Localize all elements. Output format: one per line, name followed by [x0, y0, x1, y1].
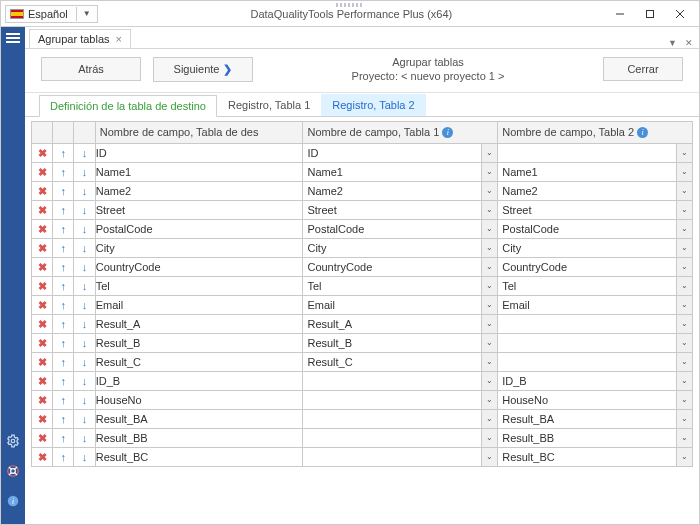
table2-field-combo[interactable]: ⌄ — [498, 143, 693, 162]
chevron-down-icon[interactable]: ⌄ — [677, 353, 692, 371]
table2-field-combo[interactable]: ⌄ — [498, 314, 693, 333]
info-icon[interactable]: i — [442, 127, 453, 138]
chevron-down-icon[interactable]: ⌄ — [482, 448, 497, 466]
table1-field-combo[interactable]: CountryCode⌄ — [303, 257, 498, 276]
move-up-button[interactable]: ↑ — [53, 219, 74, 238]
chevron-down-icon[interactable]: ⌄ — [482, 410, 497, 428]
table2-field-combo[interactable]: PostalCode⌄ — [498, 219, 693, 238]
chevron-down-icon[interactable]: ⌄ — [677, 315, 692, 333]
language-selector[interactable]: Español ▼ — [5, 5, 98, 23]
move-down-button[interactable]: ↓ — [74, 162, 95, 181]
dest-field-cell[interactable]: Email — [95, 295, 303, 314]
dest-field-cell[interactable]: Tel — [95, 276, 303, 295]
delete-row-button[interactable]: ✖ — [32, 314, 53, 333]
delete-row-button[interactable]: ✖ — [32, 238, 53, 257]
chevron-down-icon[interactable]: ⌄ — [677, 410, 692, 428]
close-wizard-button[interactable]: Cerrar — [603, 57, 683, 81]
table2-field-combo[interactable]: City⌄ — [498, 238, 693, 257]
chevron-down-icon[interactable]: ⌄ — [482, 353, 497, 371]
tab-destination-definition[interactable]: Definición de la tabla de destino — [39, 95, 217, 117]
chevron-down-icon[interactable]: ⌄ — [677, 391, 692, 409]
table2-field-combo[interactable]: HouseNo⌄ — [498, 390, 693, 409]
table2-field-combo[interactable]: Result_BC⌄ — [498, 447, 693, 466]
move-up-button[interactable]: ↑ — [53, 276, 74, 295]
dest-field-cell[interactable]: Name1 — [95, 162, 303, 181]
move-up-button[interactable]: ↑ — [53, 333, 74, 352]
delete-row-button[interactable]: ✖ — [32, 352, 53, 371]
table2-field-combo[interactable]: ID_B⌄ — [498, 371, 693, 390]
table1-field-combo[interactable]: PostalCode⌄ — [303, 219, 498, 238]
chevron-down-icon[interactable]: ⌄ — [482, 201, 497, 219]
move-down-button[interactable]: ↓ — [74, 219, 95, 238]
move-down-button[interactable]: ↓ — [74, 371, 95, 390]
menu-icon[interactable] — [6, 31, 20, 45]
table1-field-combo[interactable]: ⌄ — [303, 447, 498, 466]
table2-field-combo[interactable]: Result_BA⌄ — [498, 409, 693, 428]
move-down-button[interactable]: ↓ — [74, 238, 95, 257]
chevron-down-icon[interactable]: ⌄ — [482, 277, 497, 295]
close-tab-icon[interactable]: × — [116, 33, 122, 45]
dest-field-cell[interactable]: CountryCode — [95, 257, 303, 276]
move-up-button[interactable]: ↑ — [53, 238, 74, 257]
table1-field-combo[interactable]: Result_A⌄ — [303, 314, 498, 333]
table2-field-combo[interactable]: CountryCode⌄ — [498, 257, 693, 276]
table1-field-combo[interactable]: Result_C⌄ — [303, 352, 498, 371]
table2-field-combo[interactable]: Result_BB⌄ — [498, 428, 693, 447]
delete-row-button[interactable]: ✖ — [32, 276, 53, 295]
move-down-button[interactable]: ↓ — [74, 200, 95, 219]
dest-field-cell[interactable]: PostalCode — [95, 219, 303, 238]
next-button[interactable]: Siguiente ❯ — [153, 57, 253, 82]
dest-field-cell[interactable]: Street — [95, 200, 303, 219]
table2-field-combo[interactable]: Name2⌄ — [498, 181, 693, 200]
dest-field-cell[interactable]: ID_B — [95, 371, 303, 390]
move-down-button[interactable]: ↓ — [74, 409, 95, 428]
delete-row-button[interactable]: ✖ — [32, 390, 53, 409]
table1-field-combo[interactable]: Tel⌄ — [303, 276, 498, 295]
move-down-button[interactable]: ↓ — [74, 428, 95, 447]
delete-row-button[interactable]: ✖ — [32, 143, 53, 162]
chevron-down-icon[interactable]: ⌄ — [677, 448, 692, 466]
chevron-down-icon[interactable]: ⌄ — [677, 201, 692, 219]
dest-field-cell[interactable]: HouseNo — [95, 390, 303, 409]
move-down-button[interactable]: ↓ — [74, 276, 95, 295]
table1-field-combo[interactable]: ID⌄ — [303, 143, 498, 162]
table1-field-combo[interactable]: Name1⌄ — [303, 162, 498, 181]
chevron-down-icon[interactable]: ⌄ — [482, 182, 497, 200]
dest-field-cell[interactable]: Result_A — [95, 314, 303, 333]
table1-field-combo[interactable]: ⌄ — [303, 409, 498, 428]
maximize-button[interactable] — [635, 3, 665, 25]
move-down-button[interactable]: ↓ — [74, 181, 95, 200]
chevron-down-icon[interactable]: ⌄ — [677, 220, 692, 238]
chevron-down-icon[interactable]: ⌄ — [677, 239, 692, 257]
document-tab[interactable]: Agrupar tablas × — [29, 29, 131, 48]
move-down-button[interactable]: ↓ — [74, 447, 95, 466]
delete-row-button[interactable]: ✖ — [32, 181, 53, 200]
move-up-button[interactable]: ↑ — [53, 352, 74, 371]
move-up-button[interactable]: ↑ — [53, 371, 74, 390]
chevron-down-icon[interactable]: ⌄ — [482, 391, 497, 409]
chevron-down-icon[interactable]: ⌄ — [677, 277, 692, 295]
move-up-button[interactable]: ↑ — [53, 181, 74, 200]
dest-field-cell[interactable]: Name2 — [95, 181, 303, 200]
delete-row-button[interactable]: ✖ — [32, 333, 53, 352]
dest-field-cell[interactable]: Result_C — [95, 352, 303, 371]
move-down-button[interactable]: ↓ — [74, 143, 95, 162]
back-button[interactable]: Atrás — [41, 57, 141, 81]
minimize-button[interactable] — [605, 3, 635, 25]
dest-field-cell[interactable]: Result_BC — [95, 447, 303, 466]
table1-field-combo[interactable]: ⌄ — [303, 428, 498, 447]
table2-field-combo[interactable]: Street⌄ — [498, 200, 693, 219]
move-down-button[interactable]: ↓ — [74, 352, 95, 371]
chevron-down-icon[interactable]: ⌄ — [482, 296, 497, 314]
move-up-button[interactable]: ↑ — [53, 257, 74, 276]
chevron-down-icon[interactable]: ⌄ — [482, 429, 497, 447]
move-up-button[interactable]: ↑ — [53, 390, 74, 409]
delete-row-button[interactable]: ✖ — [32, 371, 53, 390]
chevron-down-icon[interactable]: ⌄ — [677, 144, 692, 162]
delete-row-button[interactable]: ✖ — [32, 200, 53, 219]
table1-field-combo[interactable]: Street⌄ — [303, 200, 498, 219]
chevron-down-icon[interactable]: ⌄ — [677, 258, 692, 276]
move-down-button[interactable]: ↓ — [74, 390, 95, 409]
move-up-button[interactable]: ↑ — [53, 447, 74, 466]
dest-field-cell[interactable]: Result_BA — [95, 409, 303, 428]
